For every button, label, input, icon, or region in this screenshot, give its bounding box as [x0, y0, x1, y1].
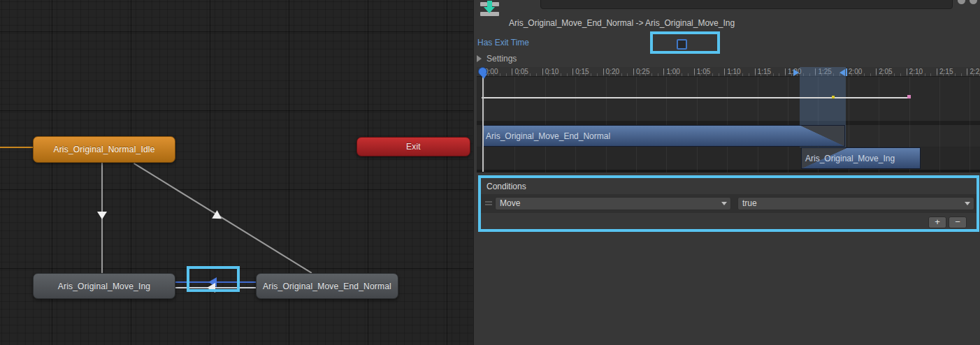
ruler-tick-label: 2:2	[970, 68, 979, 75]
conditions-section: Conditions Move true + −	[478, 175, 979, 232]
ruler-tick-label: 2:00	[849, 68, 862, 75]
animator-graph-canvas[interactable]: Aris_Original_Normal_Idle Exit Aris_Orig…	[0, 0, 473, 345]
playhead-pin-icon[interactable]	[478, 67, 487, 76]
conditions-title: Conditions	[487, 182, 526, 191]
transition-end-handle-bar[interactable]	[846, 68, 847, 76]
ruler-tick-label: 0:20	[606, 68, 619, 75]
foldout-arrow-icon[interactable]	[477, 55, 482, 62]
state-node-move-end-normal[interactable]: Aris_Original_Move_End_Normal	[256, 273, 398, 299]
clip-bar-label: Aris_Original_Move_Ing	[805, 154, 895, 163]
transition-icon	[480, 1, 499, 17]
gear-icon[interactable]	[970, 0, 977, 4]
condition-parameter-dropdown[interactable]: Move	[495, 197, 731, 210]
ruler-tick-label: 2:15	[939, 68, 953, 75]
state-node-label: Aris_Original_Move_Ing	[58, 281, 150, 291]
settings-foldout-label[interactable]: Settings	[487, 54, 517, 64]
blend-curve-area	[477, 77, 980, 121]
state-node-label: Aris_Original_Move_End_Normal	[263, 281, 391, 291]
remove-condition-button[interactable]: −	[949, 216, 967, 228]
clip-bar-label: Aris_Original_Move_End_Normal	[486, 131, 610, 141]
transition-arrow-down-icon[interactable]	[97, 212, 107, 219]
ruler-tick-label: 1:10	[727, 68, 740, 75]
reorder-handle-icon[interactable]	[485, 201, 492, 205]
ruler-tick-label: 0:05	[514, 68, 528, 75]
transition-edge-idle-to-moveend[interactable]	[134, 163, 312, 274]
ruler-tick-label: 0:25	[636, 68, 649, 75]
transition-timeline-preview[interactable]: 0:000:050:100:150:200:251:001:051:101:15…	[477, 67, 980, 172]
has-exit-time-label: Has Exit Time	[477, 38, 529, 47]
transition-title: Aris_Original_Move_End_Normal -> Aris_Or…	[509, 18, 735, 28]
help-icon[interactable]	[958, 0, 965, 4]
blend-curve-line	[482, 97, 909, 98]
entry-edge[interactable]	[0, 147, 33, 148]
blend-out-shade	[801, 126, 844, 146]
chevron-down-icon	[721, 202, 727, 205]
ruler-tick-label: 1:00	[666, 68, 679, 75]
preview-bottom-strip	[477, 170, 980, 172]
transition-selection-highlight	[187, 266, 240, 292]
transition-start-handle-icon[interactable]	[793, 69, 799, 76]
timeline-ruler[interactable]: 0:000:050:100:150:200:251:001:051:101:15…	[477, 67, 980, 77]
ruler-tick-label: 1:05	[697, 68, 710, 75]
condition-value-dropdown[interactable]: true	[737, 197, 974, 210]
condition-parameter-value: Move	[500, 198, 520, 208]
add-condition-button[interactable]: +	[928, 216, 946, 228]
blend-keyframe-dot-yellow	[832, 96, 835, 98]
ruler-tick-label: 2:05	[879, 68, 892, 75]
condition-row: Move true	[481, 194, 977, 213]
ruler-tick-label: 2:10	[909, 68, 923, 75]
blend-keyframe-dot-pink	[907, 95, 911, 98]
ruler-tick-label: 0:10	[545, 68, 559, 75]
transition-name-field[interactable]	[540, 0, 953, 9]
state-node-move-ing[interactable]: Aris_Original_Move_Ing	[33, 273, 175, 299]
ruler-tick-label: 0:15	[575, 68, 589, 75]
transition-end-handle-icon[interactable]	[840, 69, 845, 76]
state-node-label: Aris_Original_Normal_Idle	[53, 145, 154, 154]
state-node-label: Exit	[406, 142, 421, 152]
state-node-exit[interactable]: Exit	[356, 137, 470, 156]
chevron-down-icon	[965, 202, 970, 205]
state-node-normal-idle[interactable]: Aris_Original_Normal_Idle	[33, 136, 175, 163]
playhead-line[interactable]	[482, 74, 484, 172]
condition-value: true	[742, 198, 757, 208]
clip-bar-move-end-normal[interactable]: Aris_Original_Move_End_Normal	[482, 125, 845, 147]
clip-bar-move-ing[interactable]: Aris_Original_Move_Ing	[801, 147, 921, 169]
has-exit-time-checkbox[interactable]	[677, 39, 687, 50]
transition-inspector-panel: Aris_Original_Move_End_Normal -> Aris_Or…	[473, 0, 980, 345]
ruler-tick-label: 1:15	[758, 68, 771, 75]
unity-animator-window: Aris_Original_Normal_Idle Exit Aris_Orig…	[0, 0, 980, 345]
